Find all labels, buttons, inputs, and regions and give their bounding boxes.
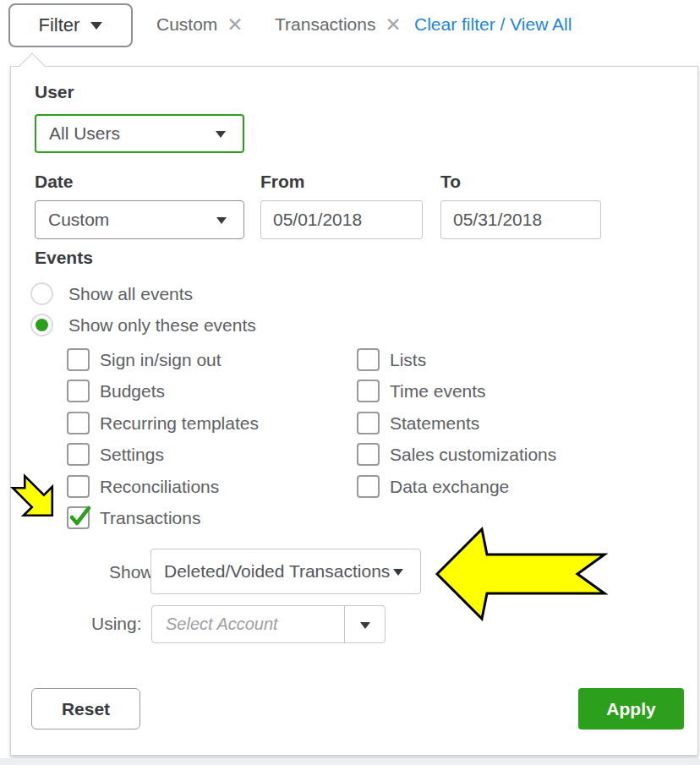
checkbox-unchecked-icon	[67, 443, 90, 466]
filter-button[interactable]: Filter	[8, 3, 133, 47]
checkbox-recurring-templates[interactable]: Recurring templates	[67, 412, 259, 434]
checkbox-label: Time events	[386, 381, 486, 402]
checkbox-label: Reconciliations	[96, 477, 219, 497]
date-to-input[interactable]	[440, 200, 601, 239]
checkbox-settings[interactable]: Settings	[67, 443, 164, 466]
checkbox-data-exchange[interactable]: Data exchange	[357, 475, 509, 498]
radio-label: Show all events	[68, 284, 193, 304]
checkbox-label: Budgets	[96, 381, 165, 402]
checkbox-checked-icon	[67, 506, 90, 529]
checkbox-time-events[interactable]: Time events	[357, 380, 486, 402]
radio-show-all-events[interactable]: Show all events	[30, 282, 193, 305]
close-icon[interactable]: ✕	[385, 15, 401, 35]
checkbox-unchecked-icon	[67, 348, 90, 371]
from-label: From	[260, 172, 305, 192]
date-range-dropdown[interactable]: Custom	[35, 200, 244, 239]
using-account-combobox[interactable]: Select Account	[151, 605, 386, 643]
checkbox-unchecked-icon	[357, 380, 380, 402]
checkbox-unchecked-icon	[67, 475, 90, 498]
date-section-label: Date	[35, 172, 74, 192]
filter-button-label: Filter	[39, 14, 80, 36]
clear-filter-view-all-link[interactable]: Clear filter / View All	[414, 14, 571, 35]
combo-dropdown-button[interactable]	[344, 606, 385, 642]
user-dropdown-value: All Users	[36, 123, 216, 144]
caret-down-icon	[216, 131, 226, 143]
radio-selected-icon	[30, 314, 53, 336]
checkbox-budgets[interactable]: Budgets	[67, 380, 165, 402]
audit-log-filter-screen: Filter Custom ✕ Transactions ✕ Clear fil…	[0, 0, 700, 765]
chip-label: Transactions	[275, 14, 375, 35]
filter-panel: User All Users Date Custom From To Event…	[10, 66, 698, 756]
date-dropdown-value: Custom	[36, 210, 216, 230]
caret-down-icon	[90, 22, 102, 36]
close-icon[interactable]: ✕	[227, 15, 243, 35]
checkbox-label: Sign in/sign out	[96, 350, 221, 370]
checkbox-label: Settings	[96, 445, 164, 465]
checkbox-unchecked-icon	[357, 348, 380, 371]
using-label: Using:	[91, 614, 142, 634]
caret-down-icon	[393, 569, 403, 581]
checkbox-lists[interactable]: Lists	[357, 348, 426, 371]
checkbox-label: Recurring templates	[96, 413, 259, 434]
caret-down-icon	[216, 217, 227, 229]
to-label: To	[440, 172, 461, 192]
radio-show-only-these-events[interactable]: Show only these events	[30, 314, 256, 336]
panel-pointer-notch	[19, 52, 45, 79]
chip-label: Custom	[156, 14, 217, 35]
radio-label: Show only these events	[68, 315, 256, 336]
checkbox-statements[interactable]: Statements	[357, 412, 479, 434]
filter-chip-custom: Custom ✕	[156, 14, 243, 35]
date-from-input[interactable]	[260, 200, 423, 239]
checkbox-label: Lists	[386, 350, 426, 370]
radio-unselected-icon	[30, 282, 53, 305]
checkbox-unchecked-icon	[67, 380, 90, 402]
checkbox-sign-in-sign-out[interactable]: Sign in/sign out	[67, 348, 221, 371]
filter-chip-transactions: Transactions ✕	[275, 14, 402, 35]
checkbox-label: Data exchange	[386, 477, 509, 497]
apply-button[interactable]: Apply	[578, 688, 684, 729]
checkbox-reconciliations[interactable]: Reconciliations	[67, 475, 219, 498]
user-section-label: User	[35, 82, 74, 102]
reset-button[interactable]: Reset	[31, 688, 140, 729]
show-dropdown-value: Deleted/Voided Transactions	[151, 561, 393, 582]
checkbox-label: Statements	[386, 413, 479, 434]
account-placeholder: Select Account	[152, 606, 344, 642]
checkbox-unchecked-icon	[357, 443, 380, 466]
checkbox-label: Sales customizations	[386, 445, 556, 465]
events-section-label: Events	[35, 248, 93, 268]
caret-down-icon	[360, 622, 370, 634]
user-dropdown[interactable]: All Users	[35, 114, 244, 153]
checkbox-sales-customizations[interactable]: Sales customizations	[357, 443, 556, 466]
checkbox-transactions[interactable]: Transactions	[67, 506, 200, 529]
checkbox-label: Transactions	[96, 508, 200, 528]
checkbox-unchecked-icon	[357, 412, 380, 434]
checkbox-unchecked-icon	[67, 412, 90, 434]
checkbox-unchecked-icon	[357, 475, 380, 498]
page-bottom-divider	[0, 758, 700, 765]
show-transactions-dropdown[interactable]: Deleted/Voided Transactions	[150, 549, 421, 594]
